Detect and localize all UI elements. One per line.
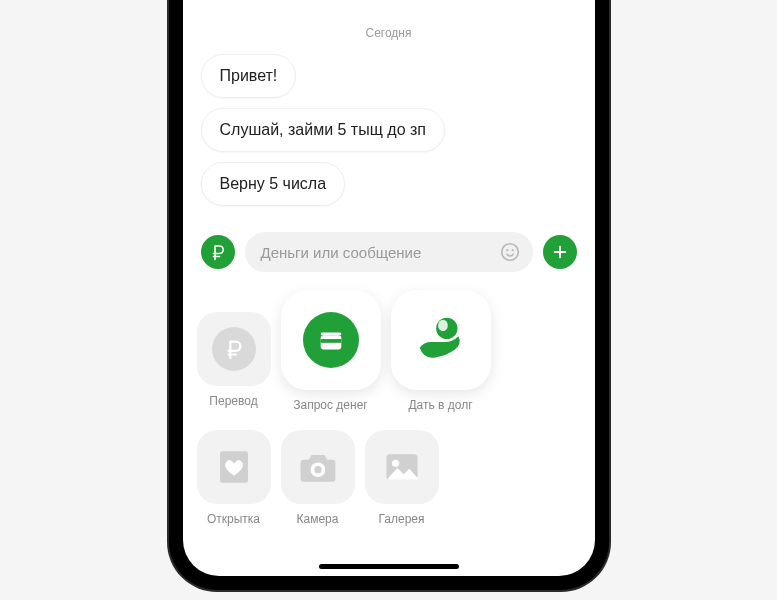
input-placeholder: Деньги или сообщение bbox=[261, 244, 491, 261]
action-label: Перевод bbox=[209, 394, 257, 408]
svg-rect-4 bbox=[320, 339, 341, 343]
camera-icon bbox=[296, 445, 340, 489]
actions-row-1: Перевод Запрос денег bbox=[197, 290, 581, 412]
action-tile bbox=[391, 290, 491, 390]
chat-area: Сегодня Привет! Слушай, займи 5 тыщ до з… bbox=[183, 0, 595, 216]
action-lend[interactable]: Дать в долг bbox=[391, 290, 491, 412]
action-transfer[interactable]: Перевод bbox=[197, 312, 271, 408]
message-input[interactable]: Деньги или сообщение bbox=[245, 232, 533, 272]
svg-point-2 bbox=[511, 249, 513, 251]
message-bubble: Верну 5 числа bbox=[201, 162, 346, 206]
add-button[interactable] bbox=[543, 235, 577, 269]
svg-point-0 bbox=[501, 244, 518, 261]
action-tile bbox=[281, 290, 381, 390]
plus-icon bbox=[551, 243, 569, 261]
ruble-button[interactable] bbox=[201, 235, 235, 269]
ruble-icon bbox=[209, 243, 227, 261]
action-tile bbox=[197, 312, 271, 386]
phone-frame: Сегодня Привет! Слушай, займи 5 тыщ до з… bbox=[169, 0, 609, 590]
lend-icon bbox=[410, 309, 472, 371]
action-tile bbox=[281, 430, 355, 504]
svg-point-1 bbox=[506, 249, 508, 251]
ruble-icon bbox=[212, 327, 256, 371]
postcard-icon bbox=[213, 446, 255, 488]
action-label: Галерея bbox=[378, 512, 424, 526]
actions-panel: Перевод Запрос денег bbox=[183, 286, 595, 560]
action-tile bbox=[365, 430, 439, 504]
svg-rect-5 bbox=[320, 333, 341, 336]
actions-row-2: Открытка Камера bbox=[197, 430, 581, 526]
action-request-money[interactable]: Запрос денег bbox=[281, 290, 381, 412]
message-bubble: Слушай, займи 5 тыщ до зп bbox=[201, 108, 445, 152]
request-money-icon bbox=[303, 312, 359, 368]
emoji-icon[interactable] bbox=[499, 241, 521, 263]
input-row: Деньги или сообщение bbox=[183, 216, 595, 286]
action-label: Открытка bbox=[207, 512, 260, 526]
action-postcard[interactable]: Открытка bbox=[197, 430, 271, 526]
phone-screen: Сегодня Привет! Слушай, займи 5 тыщ до з… bbox=[183, 0, 595, 576]
home-indicator[interactable] bbox=[319, 564, 459, 569]
action-label: Камера bbox=[297, 512, 339, 526]
action-tile bbox=[197, 430, 271, 504]
action-camera[interactable]: Камера bbox=[281, 430, 355, 526]
gallery-icon bbox=[380, 445, 424, 489]
svg-point-10 bbox=[314, 466, 321, 473]
svg-point-7 bbox=[438, 320, 448, 332]
svg-point-12 bbox=[391, 460, 398, 467]
action-label: Дать в долг bbox=[408, 398, 472, 412]
action-label: Запрос денег bbox=[293, 398, 367, 412]
message-bubble: Привет! bbox=[201, 54, 297, 98]
action-gallery[interactable]: Галерея bbox=[365, 430, 439, 526]
date-label: Сегодня bbox=[201, 26, 577, 40]
